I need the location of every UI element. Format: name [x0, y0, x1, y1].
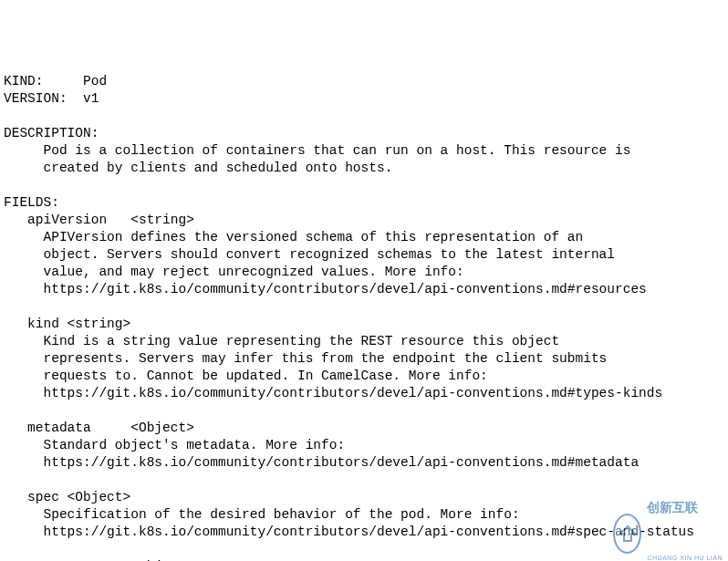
field-line: Specification of the desired behavior of… — [4, 507, 520, 522]
fields-label: FIELDS: — [4, 195, 59, 210]
kind-value: Pod — [83, 74, 107, 88]
field-line: APIVersion defines the versioned schema … — [4, 230, 583, 244]
field-decl-metadata: metadata <Object> — [4, 421, 194, 435]
field-line: value, and may reject unrecognized value… — [4, 265, 464, 279]
version-label: VERSION: — [4, 91, 68, 106]
field-line: https://git.k8s.io/community/contributor… — [4, 525, 694, 539]
field-line: https://git.k8s.io/community/contributor… — [4, 455, 639, 470]
kind-label: KIND: — [4, 74, 44, 88]
description-line: created by clients and scheduled onto ho… — [4, 161, 392, 175]
watermark-py: CHUANG XIN HU LIAN — [647, 549, 723, 561]
description-label: DESCRIPTION: — [4, 126, 99, 140]
field-line: https://git.k8s.io/community/contributor… — [4, 282, 647, 296]
watermark-cn: 创新互联 — [647, 501, 723, 514]
version-value: v1 — [83, 91, 99, 106]
field-line: Standard object's metadata. More info: — [4, 438, 345, 452]
field-decl-kind: kind <string> — [4, 317, 130, 331]
field-line: https://git.k8s.io/community/contributor… — [4, 386, 662, 400]
brand-logo-icon — [613, 514, 641, 554]
field-line: object. Servers should convert recognize… — [4, 247, 615, 262]
field-line: represents. Servers may infer this from … — [4, 351, 607, 366]
field-line: Kind is a string value representing the … — [4, 334, 559, 348]
field-decl-apiVersion: apiVersion <string> — [4, 213, 194, 227]
watermark: 创新互联 CHUANG XIN HU LIAN — [613, 512, 723, 556]
field-decl-spec: spec <Object> — [4, 490, 130, 504]
field-line: requests to. Cannot be updated. In Camel… — [4, 369, 488, 383]
description-line: Pod is a collection of containers that c… — [4, 143, 630, 158]
